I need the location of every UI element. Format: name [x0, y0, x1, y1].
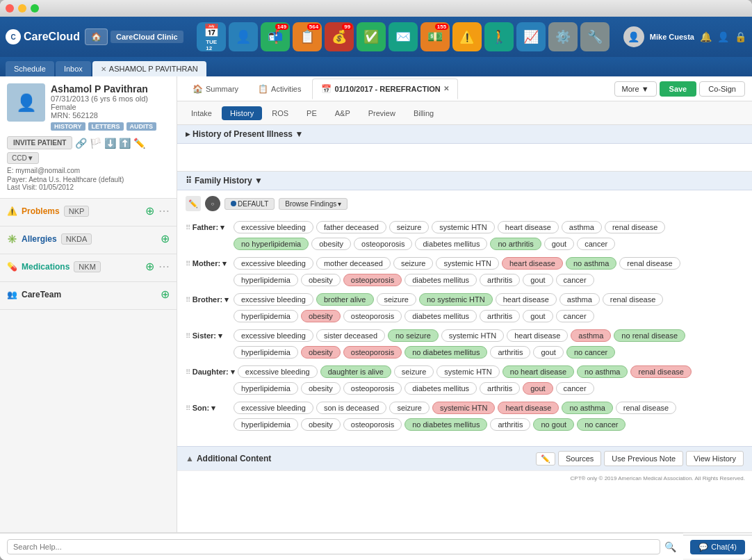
family-tag[interactable]: asthma [571, 329, 611, 342]
encounter-tab-close-icon[interactable]: ✕ [443, 85, 449, 92]
family-tag[interactable]: no diabetes mellitus [404, 418, 487, 431]
section-tab-pe[interactable]: PE [298, 106, 325, 120]
family-tag[interactable]: excessive bleeding [238, 365, 318, 378]
ccd-button[interactable]: CCD▼ [7, 152, 39, 164]
invite-patient-button[interactable]: INVITE PATIENT [7, 136, 72, 149]
nav-schedule-btn[interactable]: 📅 TUE12 [197, 22, 226, 51]
bell-icon[interactable]: 🔔 [700, 31, 712, 42]
tab-patient[interactable]: ✕ ASHAMOL P PAVITHRAN [92, 61, 206, 76]
family-tag[interactable]: renal disease [630, 365, 691, 378]
family-tag[interactable]: no cancer [566, 346, 615, 359]
family-tag[interactable]: osteoporosis [354, 238, 412, 250]
careteam-title[interactable]: CareTeam [22, 290, 61, 299]
view-history-button[interactable]: View History [686, 451, 744, 466]
family-tag[interactable]: excessive bleeding [234, 329, 313, 342]
download-icon[interactable]: ⬇️ [104, 138, 116, 149]
nav-alert-btn[interactable]: ⚠️ [452, 22, 482, 51]
family-tag[interactable]: hyperlipidemia [234, 418, 298, 431]
medications-title[interactable]: Medications [22, 262, 70, 272]
nav-claims-btn[interactable]: 💰 99 [325, 22, 354, 51]
family-tag[interactable]: excessive bleeding [234, 257, 313, 270]
family-tag[interactable]: no arthritis [490, 238, 541, 250]
family-tag[interactable]: seizure [394, 365, 434, 378]
use-prev-note-button[interactable]: Use Previous Note [604, 451, 683, 466]
maximize-window-btn[interactable] [31, 4, 39, 13]
nav-money-btn[interactable]: 💵 155 [420, 22, 450, 51]
tab-activities[interactable]: 📋 Activities [250, 79, 309, 99]
family-tag[interactable]: excessive bleeding [234, 402, 313, 414]
fh-default-button[interactable]: DEFAULT [224, 198, 275, 210]
family-tag[interactable]: cancer [556, 310, 594, 322]
more-button[interactable]: More ▼ [614, 81, 657, 97]
family-tag[interactable]: arthritis [480, 382, 520, 395]
family-tag[interactable]: obesity [301, 418, 341, 431]
user-icon[interactable]: 👤 [717, 31, 729, 42]
family-tag[interactable]: heart disease [502, 257, 563, 270]
tab-patient-close-icon[interactable]: ✕ [101, 65, 106, 73]
family-tag[interactable]: arthritis [490, 346, 530, 359]
minimize-window-btn[interactable] [18, 4, 26, 13]
flag-icon[interactable]: 🏳️ [90, 138, 101, 149]
family-tag[interactable]: brother alive [316, 293, 374, 306]
family-tag[interactable]: osteoporosis [343, 274, 402, 286]
family-tag[interactable]: gout [523, 310, 553, 322]
family-tag[interactable]: no systemic HTN [419, 293, 493, 306]
family-tag[interactable]: hyperlipidemia [234, 274, 298, 286]
home-button[interactable]: 🏠 [85, 28, 108, 45]
family-tag[interactable]: diabetes mellitus [415, 238, 487, 250]
medications-add-icon[interactable]: ⊕ [145, 260, 154, 273]
family-tag[interactable]: diabetes mellitus [404, 382, 477, 395]
family-tag[interactable]: cancer [556, 382, 594, 395]
fh-browse-button[interactable]: Browse Findings ▾ [279, 198, 348, 210]
family-tag[interactable]: asthma [562, 221, 602, 233]
family-tag[interactable]: obesity [301, 382, 341, 395]
family-tag[interactable]: arthritis [480, 274, 520, 286]
family-tag[interactable]: gout [523, 274, 553, 286]
additional-content-edit-icon[interactable]: ✏️ [536, 452, 555, 466]
family-tag[interactable]: heart disease [496, 293, 557, 306]
family-tag[interactable]: hyperlipidemia [234, 346, 298, 359]
family-tag[interactable]: systemic HTN [441, 329, 504, 342]
family-tag[interactable]: hyperlipidemia [234, 382, 298, 395]
family-tag[interactable]: osteoporosis [343, 346, 402, 359]
family-tag[interactable]: diabetes mellitus [404, 310, 477, 322]
family-tag[interactable]: diabetes mellitus [404, 274, 477, 286]
family-tag[interactable]: arthritis [480, 310, 520, 322]
family-tag[interactable]: excessive bleeding [234, 221, 313, 233]
nav-patients-btn[interactable]: 👤 [229, 22, 258, 51]
family-tag[interactable]: no hyperlipidemia [234, 238, 309, 250]
tab-inbox[interactable]: Inbox [56, 61, 91, 76]
family-tag[interactable]: renal disease [616, 402, 676, 414]
nav-walk-btn[interactable]: 🚶 [484, 22, 514, 51]
family-tag[interactable]: son is deceased [316, 402, 387, 414]
section-tab-ap[interactable]: A&P [327, 106, 359, 120]
family-tag[interactable]: gout [523, 382, 553, 395]
search-input[interactable] [7, 539, 660, 554]
family-tag[interactable]: osteoporosis [343, 418, 402, 431]
family-tag[interactable]: heart disease [498, 402, 559, 414]
section-tab-ros[interactable]: ROS [263, 106, 297, 120]
family-tag[interactable]: arthritis [490, 418, 530, 431]
family-tag[interactable]: sister deceased [316, 329, 385, 342]
tag-letters[interactable]: LETTERS [88, 122, 124, 131]
family-tag[interactable]: no cancer [577, 418, 626, 431]
family-tag[interactable]: heart disease [507, 329, 568, 342]
nav-tasks-btn[interactable]: 📋 564 [293, 22, 322, 51]
family-tag[interactable]: no heart disease [502, 365, 574, 378]
family-tag[interactable]: seizure [389, 402, 429, 414]
save-button[interactable]: Save [660, 81, 697, 97]
family-tag[interactable]: no asthma [566, 257, 616, 270]
family-tag[interactable]: excessive bleeding [234, 293, 313, 306]
edit-icon[interactable]: ✏️ [133, 138, 145, 149]
family-tag[interactable]: systemic HTN [432, 221, 494, 233]
family-tag[interactable]: cancer [577, 238, 615, 250]
family-tag[interactable]: no asthma [562, 402, 612, 414]
family-tag[interactable]: gout [533, 346, 563, 359]
family-tag[interactable]: mother deceased [316, 257, 391, 270]
family-tag[interactable]: hyperlipidemia [234, 310, 298, 322]
family-tag[interactable]: renal disease [619, 257, 680, 270]
section-tab-preview[interactable]: Preview [360, 106, 404, 120]
link-icon[interactable]: 🔗 [75, 138, 87, 149]
family-tag[interactable]: systemic HTN [432, 402, 495, 414]
family-tag[interactable]: renal disease [605, 221, 665, 233]
